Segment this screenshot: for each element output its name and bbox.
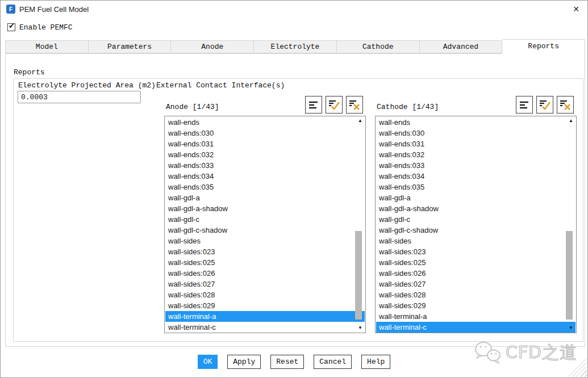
select-all-check-icon <box>539 99 551 111</box>
anode-scrollbar-thumb[interactable] <box>355 231 362 320</box>
list-item[interactable]: wall-gdl-a <box>165 192 365 203</box>
cancel-button[interactable]: Cancel <box>314 355 352 369</box>
list-item[interactable]: wall-ends:034 <box>376 171 576 182</box>
electrolyte-area-label: Electrolyte Projected Area (m2) <box>18 81 156 90</box>
ok-button[interactable]: OK <box>198 355 218 369</box>
list-item[interactable]: wall-ends:035 <box>376 182 576 192</box>
list-item[interactable]: wall-terminal-a <box>376 311 576 322</box>
footer-buttons: OKApplyResetCancelHelp <box>1 355 587 369</box>
cathode-toolbar <box>516 96 574 114</box>
cathode-list-rows: wall-endswall-ends:030wall-ends:031wall-… <box>376 117 576 333</box>
help-button[interactable]: Help <box>361 355 390 369</box>
list-item[interactable]: wall-gdl-a-shadow <box>165 203 365 214</box>
anode-list-label: Anode [1/43] <box>166 103 219 111</box>
list-item[interactable]: wall-gdl-a-shadow <box>376 203 576 214</box>
tab-reports[interactable]: Reports <box>502 39 585 54</box>
scroll-up-icon[interactable]: ▲ <box>569 119 573 123</box>
list-item[interactable]: wall-ends:031 <box>376 138 576 149</box>
list-item[interactable]: wall-gdl-c-shadow <box>376 225 576 236</box>
list-item[interactable]: wall-sides:025 <box>376 257 576 268</box>
list-item[interactable]: wall-ends:030 <box>376 128 576 138</box>
list-item[interactable]: wall-terminal-c <box>165 322 365 333</box>
list-item[interactable]: wall-ends:035 <box>165 182 365 192</box>
list-item[interactable]: wall-ends:033 <box>165 160 365 171</box>
select-all-check-icon <box>328 99 340 111</box>
cathode-list-label: Cathode [1/43] <box>377 103 439 111</box>
reports-group-frame: Electrolyte Projected Area (m2) External… <box>13 78 583 342</box>
list-item[interactable]: wall-terminal-a <box>165 311 365 322</box>
deselect-all-x-icon <box>559 99 572 111</box>
tab-cathode[interactable]: Cathode <box>337 40 420 53</box>
list-item[interactable]: wall-sides:029 <box>376 300 576 311</box>
checkmark-icon: ✔ <box>9 22 15 30</box>
title-bar: F PEM Fuel Cell Model ✕ <box>1 1 587 18</box>
pem-fuel-cell-model-dialog: F PEM Fuel Cell Model ✕ ✔ Enable PEMFC M… <box>0 0 588 378</box>
list-item[interactable]: wall-gdl-a <box>376 192 576 203</box>
tab-parameters[interactable]: Parameters <box>89 40 172 53</box>
cathode-scrollbar-thumb[interactable] <box>566 231 573 320</box>
reports-group-label: Reports <box>14 68 45 77</box>
scroll-down-icon[interactable]: ▼ <box>358 326 362 330</box>
tab-electrolyte[interactable]: Electrolyte <box>254 40 337 53</box>
tab-anode[interactable]: Anode <box>171 40 254 53</box>
reset-button[interactable]: Reset <box>270 355 304 369</box>
cathode-select-all-button[interactable] <box>536 96 553 114</box>
electrolyte-area-input[interactable] <box>18 91 141 103</box>
apply-button[interactable]: Apply <box>227 355 261 369</box>
external-contact-label: External Contact Interface(s) <box>156 81 285 90</box>
list-item[interactable]: wall-sides:026 <box>376 268 576 279</box>
reports-tab-panel: Reports Electrolyte Projected Area (m2) … <box>5 53 585 347</box>
list-item[interactable]: wall-sides:023 <box>376 246 576 257</box>
window-title: PEM Fuel Cell Model <box>19 5 89 14</box>
list-item[interactable]: wall-sides <box>376 236 576 246</box>
anode-deselect-all-button[interactable] <box>346 96 363 114</box>
list-item[interactable]: wall-ends <box>165 117 365 128</box>
list-item[interactable]: wall-gdl-c <box>376 214 576 225</box>
anode-filter-button[interactable] <box>305 96 322 114</box>
text-list-icon <box>307 99 320 111</box>
list-item[interactable]: wall-ends:033 <box>376 160 576 171</box>
text-list-icon <box>518 99 531 111</box>
list-item[interactable]: wall-sides:027 <box>165 279 365 289</box>
list-item[interactable]: wall-ends:032 <box>165 149 365 160</box>
deselect-all-x-icon <box>348 99 361 111</box>
list-item[interactable]: wall-ends <box>376 117 576 128</box>
tab-advanced[interactable]: Advanced <box>420 40 503 53</box>
anode-list-rows: wall-endswall-ends:030wall-ends:031wall-… <box>165 117 365 333</box>
cathode-list: wall-endswall-ends:030wall-ends:031wall-… <box>375 116 577 333</box>
anode-toolbar <box>305 96 363 114</box>
close-icon[interactable]: ✕ <box>569 3 583 15</box>
enable-pemfc-row: ✔ Enable PEMFC <box>7 23 73 32</box>
tab-model[interactable]: Model <box>5 40 89 53</box>
cathode-deselect-all-button[interactable] <box>557 96 574 114</box>
list-item[interactable]: wall-terminal-c <box>376 322 576 333</box>
list-item[interactable]: wall-gdl-c-shadow <box>165 225 365 236</box>
list-item[interactable]: wall-ends:034 <box>165 171 365 182</box>
scroll-down-icon[interactable]: ▼ <box>569 326 573 330</box>
list-item[interactable]: wall-ends:031 <box>165 138 365 149</box>
scroll-up-icon[interactable]: ▲ <box>358 119 362 123</box>
list-item[interactable]: wall-sides:027 <box>376 279 576 289</box>
list-item[interactable]: wall-sides:028 <box>165 289 365 300</box>
list-item[interactable]: wall-ends:030 <box>165 128 365 138</box>
list-item[interactable]: wall-sides:028 <box>376 289 576 300</box>
enable-pemfc-label: Enable PEMFC <box>19 23 73 32</box>
anode-select-all-button[interactable] <box>326 96 343 114</box>
anode-list: wall-endswall-ends:030wall-ends:031wall-… <box>164 116 366 333</box>
list-item[interactable]: wall-gdl-c <box>165 214 365 225</box>
cathode-filter-button[interactable] <box>516 96 533 114</box>
list-item[interactable]: wall-sides <box>165 236 365 246</box>
tab-bar: ModelParametersAnodeElectrolyteCathodeAd… <box>5 39 585 53</box>
enable-pemfc-checkbox[interactable]: ✔ <box>7 23 15 31</box>
list-item[interactable]: wall-ends:032 <box>376 149 576 160</box>
list-item[interactable]: wall-sides:025 <box>165 257 365 268</box>
fluent-app-icon: F <box>6 5 15 14</box>
list-item[interactable]: wall-sides:026 <box>165 268 365 279</box>
list-item[interactable]: wall-sides:023 <box>165 246 365 257</box>
list-item[interactable]: wall-sides:029 <box>165 300 365 311</box>
